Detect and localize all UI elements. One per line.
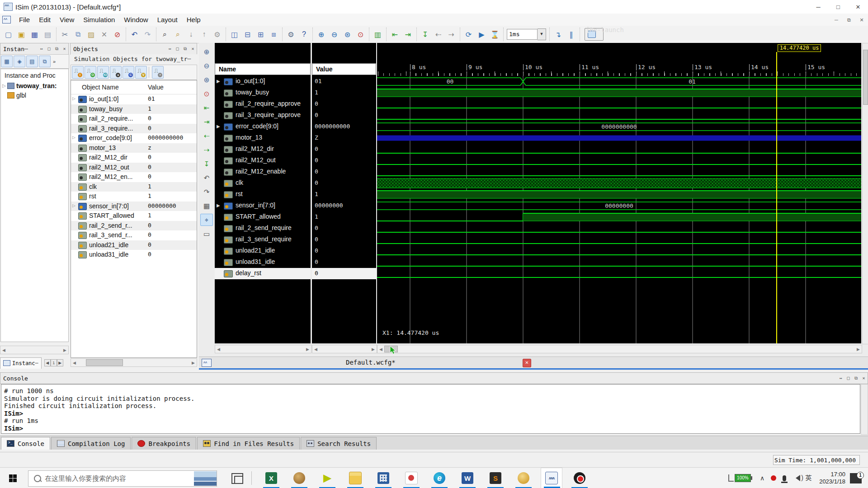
scroll-right-icon[interactable]: ▶: [61, 348, 68, 352]
wave-signal-row[interactable]: rail_3_require_approve: [215, 110, 311, 121]
tile-vertical-button[interactable]: ⊞: [255, 28, 267, 41]
object-row[interactable]: rail_2_require...0: [71, 114, 197, 124]
collapse-all-button[interactable]: ≡: [152, 66, 164, 79]
filter-inouts-button[interactable]: IO: [97, 66, 109, 79]
chevron-down-icon[interactable]: ▼: [538, 28, 546, 40]
column-value[interactable]: Value: [148, 84, 164, 91]
column-object-name[interactable]: Object Name: [82, 84, 119, 91]
relaunch-button[interactable]: Re-launch: [585, 28, 604, 41]
object-row[interactable]: rst1: [71, 192, 197, 202]
instances-restore-button[interactable]: ⧉: [53, 45, 61, 53]
expander-icon[interactable]: ▷: [72, 96, 75, 101]
instances-maximize-button[interactable]: □: [45, 45, 53, 53]
run-time-combo[interactable]: 1ms▼: [507, 28, 546, 40]
waveform-plot-area[interactable]: 8 us9 us10 us11 us12 us13 us14 us15 us 0…: [377, 43, 861, 343]
open-file-button[interactable]: ▣: [15, 28, 28, 41]
process-view-icon[interactable]: ⧉: [39, 56, 51, 67]
object-row[interactable]: unload31_idle0: [71, 250, 197, 260]
taskbar-app-arrow-yellow[interactable]: ▶: [316, 468, 338, 488]
wave-signal-row[interactable]: rail_2_send_require: [215, 223, 311, 234]
mdi-minimize-button[interactable]: ─: [830, 14, 843, 25]
battery-indicator[interactable]: 100%: [728, 474, 752, 482]
maximize-button[interactable]: □: [828, 0, 848, 14]
minimize-button[interactable]: ─: [808, 0, 828, 14]
object-row[interactable]: clk1: [71, 182, 197, 192]
zoom-in-button[interactable]: ⊕: [200, 46, 213, 58]
menu-view[interactable]: View: [55, 14, 79, 26]
wave-vscrollbar[interactable]: [862, 43, 868, 344]
taskbar-app-dev-brown[interactable]: [288, 468, 310, 488]
print-button[interactable]: ▤: [42, 28, 54, 41]
down-marker-button[interactable]: ↧: [200, 158, 213, 170]
wcfg-tab-label[interactable]: Default.wcfg*: [346, 359, 396, 366]
goto-time-zero-button[interactable]: ⇤: [200, 102, 213, 114]
goto-time-zero-button[interactable]: ⇤: [389, 28, 401, 41]
object-row[interactable]: ▷error_code[9:0]0000000000: [71, 133, 197, 143]
run-for-time-button[interactable]: ⌛: [489, 28, 501, 41]
prev-transition-button[interactable]: ⇠: [200, 130, 213, 142]
wave-signal-value-row[interactable]: 1: [312, 189, 376, 200]
filter-inputs-button[interactable]: I: [72, 66, 84, 79]
step-simulation-button[interactable]: ↴: [552, 28, 564, 41]
find-button[interactable]: ⌕: [159, 28, 171, 41]
wave-signal-value-row[interactable]: 0: [312, 110, 376, 121]
wave-signal-value-row[interactable]: 1: [312, 211, 376, 223]
grid-toggle-button[interactable]: ▦: [200, 200, 213, 212]
object-row[interactable]: rail_3_send_r...0: [71, 230, 197, 240]
copy-button[interactable]: ⧉: [72, 28, 84, 41]
scroll-right-icon[interactable]: ▶: [190, 361, 197, 365]
wave-signal-row[interactable]: rail2_M12_out: [215, 155, 311, 166]
object-row[interactable]: motor_13z: [71, 143, 197, 153]
zoom-selection-button[interactable]: ⊙: [354, 28, 367, 41]
panel-tab-pager[interactable]: ◀ 1 ▶: [44, 359, 63, 366]
menu-simulation[interactable]: Simulation: [79, 14, 119, 26]
zoom-full-view-button[interactable]: ⊛: [341, 28, 354, 41]
cascade-windows-button[interactable]: ⧈: [268, 28, 280, 41]
wave-signal-row[interactable]: ▶sensor_in[7:0]: [215, 200, 311, 211]
move-down-button[interactable]: ↓: [185, 28, 197, 41]
objects-hscrollbar[interactable]: ◀ ▶: [71, 358, 197, 367]
wave-signal-value-row[interactable]: 1: [312, 87, 376, 99]
console-restore-button[interactable]: ⧉: [852, 374, 860, 382]
zoom-in-button[interactable]: ⊕: [315, 28, 327, 41]
instances-float-button[interactable]: ↔: [38, 45, 45, 53]
console-float-button[interactable]: ↔: [837, 374, 844, 382]
goto-latest-time-button[interactable]: ⇥: [200, 116, 213, 128]
wave-signal-row[interactable]: START_allowed: [215, 211, 311, 223]
object-row[interactable]: rail_3_require...0: [71, 124, 197, 134]
expander-icon[interactable]: ▶: [217, 203, 220, 208]
zoom-out-button[interactable]: ⊖: [328, 28, 340, 41]
taskbar-app-excel[interactable]: X: [260, 468, 282, 488]
task-view-button[interactable]: [231, 473, 243, 484]
object-row[interactable]: rail2_M12_dir0: [71, 153, 197, 163]
prev-transition-button[interactable]: ⇠: [432, 28, 444, 41]
object-row[interactable]: START_allowed1: [71, 211, 197, 221]
expander-icon[interactable]: ▶: [217, 124, 220, 129]
taskbar-app-isim[interactable]: ʌʌʌ: [541, 468, 562, 488]
cut-button[interactable]: ✂: [59, 28, 71, 41]
console-output[interactable]: # run 1000 nsSimulator is doing circuit …: [1, 384, 860, 434]
mdi-restore-button[interactable]: ⧉: [843, 14, 855, 25]
scroll-left-icon[interactable]: ◀: [0, 348, 7, 352]
menu-help[interactable]: Help: [182, 14, 205, 26]
search-highlight-image[interactable]: [194, 471, 217, 486]
tab-compilation-log[interactable]: Compilation Log: [51, 437, 131, 450]
wave-name-header[interactable]: Name: [215, 63, 311, 75]
filter-outputs-button[interactable]: O: [85, 66, 96, 79]
menu-window[interactable]: Window: [119, 14, 152, 26]
objects-close-button[interactable]: ✕: [189, 45, 197, 53]
objects-float-button[interactable]: ↔: [166, 45, 174, 53]
menu-edit[interactable]: Edit: [34, 14, 55, 26]
run-time-value[interactable]: 1ms: [507, 29, 538, 40]
object-row[interactable]: ▷sensor_in[7:0]00000000: [71, 202, 197, 211]
taskbar-app-file-explorer[interactable]: [344, 468, 366, 488]
wave-signal-row[interactable]: rail_3_send_require: [215, 234, 311, 245]
measure-ruler-button[interactable]: ▭: [200, 228, 213, 240]
scroll-left-icon[interactable]: ◀: [312, 347, 319, 352]
tray-expand-icon[interactable]: ∧: [760, 474, 764, 482]
expander-icon[interactable]: ▷: [72, 135, 75, 140]
wave-signal-row[interactable]: delay_rst: [215, 268, 311, 279]
wave-signal-row[interactable]: motor_13: [215, 132, 311, 144]
wave-signal-value-row[interactable]: 0000000000: [312, 121, 376, 132]
save-button[interactable]: ▦: [28, 28, 41, 41]
